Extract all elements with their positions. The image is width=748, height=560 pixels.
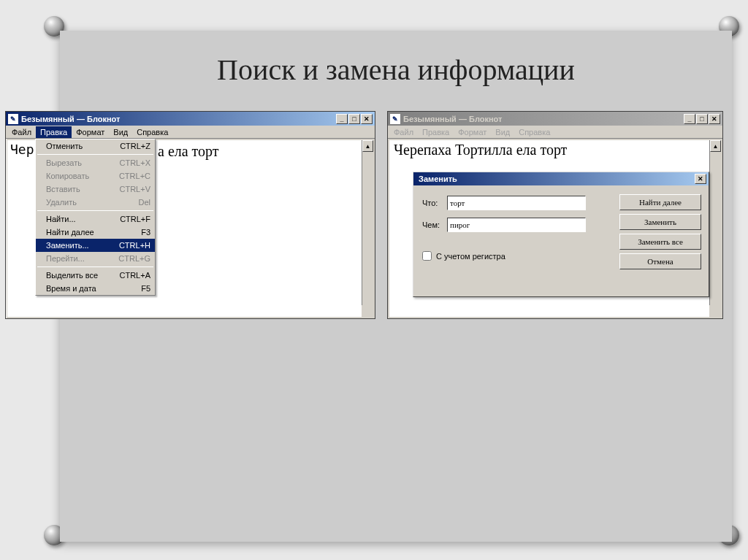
menu-item-отменить[interactable]: ОтменитьCTRL+Z (36, 139, 155, 153)
notepad-icon: ✎ (8, 114, 18, 124)
menu-item-вырезать: ВырезатьCTRL+X (36, 156, 155, 169)
close-button[interactable]: ✕ (361, 114, 373, 124)
window-title: Безымянный — Блокнот (403, 115, 684, 123)
maximize-button[interactable]: □ (348, 114, 360, 124)
maximize-button[interactable]: □ (696, 114, 708, 124)
vertical-scrollbar[interactable]: ▲ (709, 140, 721, 305)
menu-item-найти далее[interactable]: Найти далееF3 (36, 226, 155, 239)
titlebar[interactable]: ✎ Безымянный — Блокнот _ □ ✕ (6, 112, 375, 126)
text-content: Черепаха Тортилла ела торт (394, 142, 567, 158)
menubar: Файл Правка Формат Вид Справка (6, 126, 375, 139)
menu-help[interactable]: Справка (132, 126, 172, 138)
replace-input[interactable] (447, 218, 586, 232)
menu-item-shortcut: CTRL+H (112, 241, 150, 250)
notepad-window-left: ✎ Безымянный — Блокнот _ □ ✕ Файл Правка… (5, 111, 375, 319)
menu-item-shortcut: CTRL+G (111, 254, 150, 263)
replace-button[interactable]: Заменить (619, 214, 701, 230)
menu-item-label: Вырезать (46, 158, 112, 167)
replace-dialog: Заменить ✕ Что: Чем: С учетом регистра Н… (413, 172, 709, 297)
menu-item-shortcut: CTRL+C (112, 172, 150, 180)
match-case-checkbox[interactable] (422, 251, 432, 261)
menu-item-вставить: ВставитьCTRL+V (36, 183, 155, 196)
vertical-scrollbar[interactable]: ▲ (362, 140, 373, 305)
menu-format[interactable]: Формат (72, 126, 109, 138)
menu-separator (37, 210, 153, 211)
menu-item-shortcut: CTRL+Z (112, 142, 150, 150)
menu-view[interactable]: Вид (109, 126, 132, 138)
text-content-suffix: а ела торт (158, 143, 219, 160)
cancel-button[interactable]: Отмена (619, 253, 701, 269)
menu-item-label: Перейти... (46, 254, 111, 263)
window-title: Безымянный — Блокнот (21, 115, 336, 123)
menu-item-label: Время и дата (46, 284, 134, 293)
menu-item-label: Вставить (46, 185, 112, 193)
text-content-prefix: Чер (10, 142, 34, 157)
match-case-label: С учетом регистра (436, 252, 505, 261)
menu-item-label: Копировать (46, 172, 112, 180)
find-input[interactable] (447, 196, 586, 210)
close-button[interactable]: ✕ (709, 114, 720, 124)
menu-item-label: Отменить (46, 142, 112, 150)
menu-item-удалить: УдалитьDel (36, 196, 155, 209)
menu-item-выделить все[interactable]: Выделить всеCTRL+A (36, 269, 155, 282)
menu-item-перейти: Перейти...CTRL+G (36, 252, 155, 265)
minimize-button[interactable]: _ (336, 114, 348, 124)
menu-item-label: Найти... (46, 215, 112, 223)
menu-item-заменить[interactable]: Заменить...CTRL+H (36, 239, 155, 252)
menu-item-label: Выделить все (46, 271, 112, 280)
dialog-body: Что: Чем: С учетом регистра Найти далее … (413, 185, 709, 296)
scroll-up[interactable]: ▲ (362, 140, 373, 152)
scroll-corner (362, 305, 373, 317)
scroll-corner (709, 305, 721, 317)
replace-label: Чем: (422, 220, 447, 229)
menu-item-shortcut: CTRL+V (112, 185, 151, 193)
menu-item-label: Удалить (46, 198, 131, 207)
notepad-window-right: ✎ Безымянный — Блокнот _ □ ✕ Файл Правка… (387, 111, 723, 319)
menu-item-shortcut: CTRL+A (112, 271, 151, 280)
menu-item-shortcut: F5 (134, 284, 150, 293)
notepad-icon: ✎ (390, 114, 400, 124)
menu-edit[interactable]: Правка (418, 126, 454, 138)
menu-item-найти[interactable]: Найти...CTRL+F (36, 212, 155, 226)
slide-title: Поиск и замена информации (75, 53, 717, 87)
scroll-up[interactable]: ▲ (710, 140, 721, 152)
menu-edit[interactable]: Правка (36, 126, 72, 138)
menu-separator (37, 266, 153, 267)
menu-file[interactable]: Файл (389, 126, 418, 138)
replace-all-button[interactable]: Заменить все (619, 234, 701, 250)
menu-item-shortcut: F3 (134, 228, 150, 237)
find-next-button[interactable]: Найти далее (619, 194, 701, 210)
dialog-title: Заменить (416, 174, 695, 183)
close-button[interactable]: ✕ (695, 174, 706, 184)
titlebar[interactable]: ✎ Безымянный — Блокнот _ □ ✕ (388, 112, 722, 126)
menu-item-время и дата[interactable]: Время и датаF5 (36, 282, 155, 295)
menu-help[interactable]: Справка (514, 126, 554, 138)
menu-item-label: Заменить... (46, 241, 112, 250)
minimize-button[interactable]: _ (684, 114, 695, 124)
menu-separator (37, 154, 153, 155)
menu-view[interactable]: Вид (491, 126, 514, 138)
find-label: Что: (422, 199, 447, 207)
menu-item-shortcut: CTRL+X (112, 158, 151, 167)
menu-item-shortcut: CTRL+F (112, 215, 150, 223)
menu-format[interactable]: Формат (454, 126, 491, 138)
menu-file[interactable]: Файл (7, 126, 36, 138)
menu-item-shortcut: Del (131, 198, 150, 207)
menubar: Файл Правка Формат Вид Справка (388, 126, 722, 139)
menu-item-label: Найти далее (46, 228, 134, 237)
dialog-titlebar[interactable]: Заменить ✕ (413, 172, 709, 185)
menu-item-копировать: КопироватьCTRL+C (36, 169, 155, 183)
edit-dropdown: ОтменитьCTRL+ZВырезатьCTRL+XКопироватьCT… (35, 139, 156, 296)
